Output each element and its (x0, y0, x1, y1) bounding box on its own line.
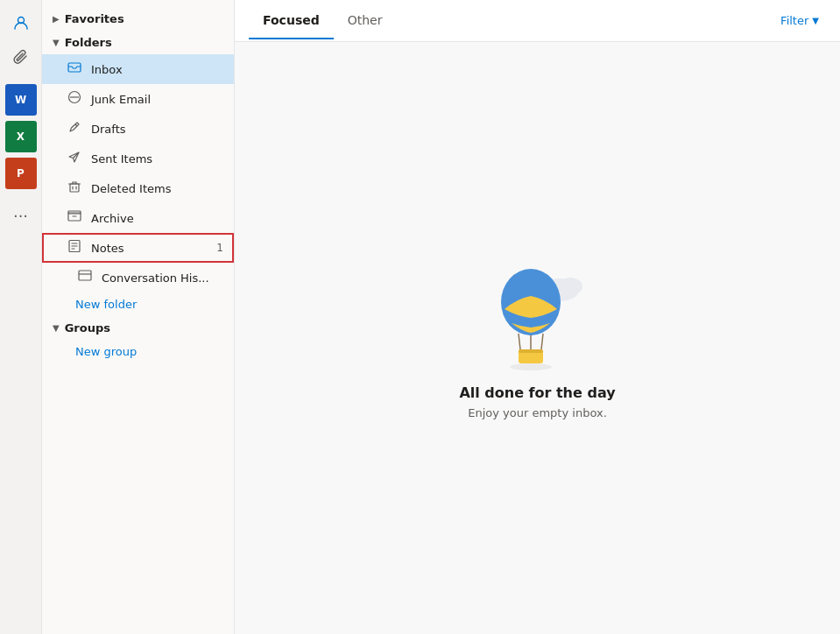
sidebar-item-drafts[interactable]: Drafts (42, 114, 234, 144)
empty-inbox-subtitle: Enjoy your empty inbox. (468, 406, 607, 419)
sidebar-item-inbox[interactable]: Inbox (42, 54, 234, 84)
more-apps-icon[interactable]: ··· (5, 200, 37, 231)
svg-rect-1 (68, 63, 81, 72)
excel-app-icon[interactable]: X (5, 121, 37, 152)
people-icon[interactable] (5, 7, 37, 39)
tab-other[interactable]: Other (334, 3, 397, 39)
inbox-icon (67, 60, 82, 78)
svg-line-15 (519, 334, 520, 349)
sidebar-item-conversation[interactable]: Conversation His... (42, 263, 234, 292)
favorites-chevron-icon: ▶ (53, 14, 60, 24)
favorites-header[interactable]: ▶ Favorites (42, 7, 234, 31)
archive-icon (67, 209, 82, 227)
inbox-empty-state: All done for the day Enjoy your empty in… (235, 42, 840, 634)
sidebar-item-deleted[interactable]: Deleted Items (42, 173, 234, 203)
svg-rect-19 (519, 349, 543, 353)
sidebar-item-archive[interactable]: Archive (42, 203, 234, 233)
svg-rect-4 (70, 184, 79, 192)
sidebar-item-sent[interactable]: Sent Items (42, 144, 234, 173)
main-content: Focused Other Filter ▼ (235, 0, 840, 634)
drafts-icon (67, 120, 82, 137)
sidebar: ▶ Favorites ▼ Folders Inbox Junk Email (42, 0, 235, 634)
svg-point-12 (558, 278, 582, 295)
powerpoint-app-icon[interactable]: P (5, 158, 37, 189)
new-folder-link[interactable]: New folder (42, 292, 234, 316)
tab-focused[interactable]: Focused (249, 3, 334, 39)
filter-button[interactable]: Filter ▼ (773, 11, 826, 31)
folders-header[interactable]: ▼ Folders (42, 31, 234, 54)
sent-icon (67, 150, 82, 167)
groups-header[interactable]: ▼ Groups (42, 316, 234, 340)
junk-icon (67, 90, 82, 108)
sidebar-item-notes[interactable]: Notes 1 (42, 233, 234, 263)
empty-inbox-title: All done for the day (459, 384, 615, 401)
conversation-icon (77, 269, 93, 286)
paperclip-icon[interactable] (5, 42, 37, 74)
deleted-icon (67, 180, 82, 197)
groups-chevron-icon: ▼ (53, 323, 60, 333)
tab-bar: Focused Other Filter ▼ (235, 0, 840, 42)
svg-line-17 (541, 334, 543, 349)
svg-point-20 (510, 363, 552, 370)
sidebar-item-junk[interactable]: Junk Email (42, 84, 234, 114)
word-app-icon[interactable]: W (5, 84, 37, 116)
icon-rail: W X P ··· (0, 0, 42, 634)
balloon-illustration (485, 257, 590, 370)
new-group-link[interactable]: New group (42, 340, 234, 363)
svg-rect-10 (79, 271, 91, 280)
folders-chevron-icon: ▼ (53, 38, 60, 47)
notes-icon (67, 239, 82, 257)
filter-chevron-icon: ▼ (812, 16, 819, 25)
